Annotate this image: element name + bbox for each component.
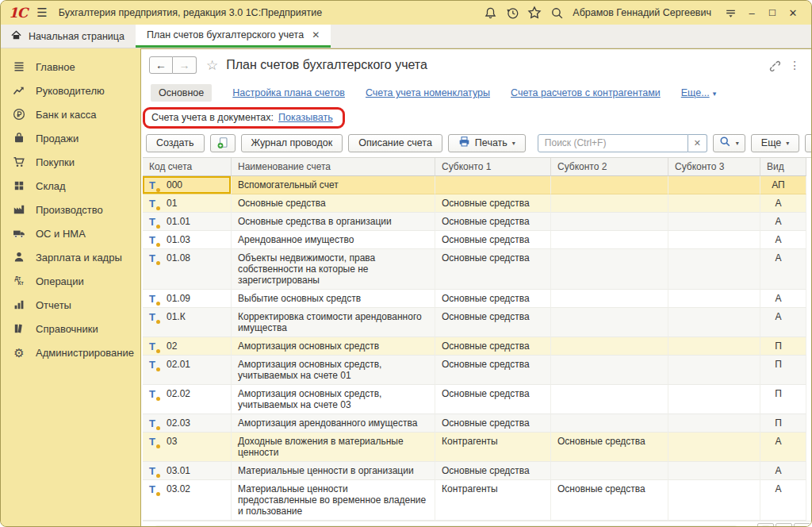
sidebar-item-rukovoditelyu[interactable]: Руководителю (1, 79, 140, 102)
table-row[interactable]: T01.09Выбытие основных средствОсновные с… (143, 290, 806, 308)
home-icon (10, 29, 22, 44)
sidebar-item-administrirovanie[interactable]: ⚙Администрирование (1, 340, 140, 364)
cell-kind: П (760, 385, 806, 414)
column-header-5[interactable]: Вид (760, 158, 806, 176)
column-header-1[interactable]: Наименование счета (232, 158, 435, 176)
more-menu-dots-icon[interactable]: ⋮ (784, 56, 805, 74)
sidebar-item-bank-i-kassa[interactable]: Банк и касса (1, 102, 140, 126)
column-header-0[interactable]: Код счета (143, 158, 232, 176)
sidebar-item-spravochniki[interactable]: Справочники (1, 317, 140, 340)
next-row-button[interactable] (794, 523, 810, 527)
column-header-2[interactable]: Субконто 1 (435, 158, 551, 176)
favorite-star-icon[interactable]: ☆ (206, 57, 218, 74)
create-button[interactable]: Создать (146, 134, 205, 152)
link-icon[interactable] (764, 56, 784, 74)
sidebar-item-otchety[interactable]: Отчеты (1, 293, 140, 317)
history-icon[interactable] (501, 4, 523, 21)
table-row[interactable]: T02.02Амортизация основных средств, учит… (143, 385, 806, 414)
sidebar-item-prodazhi[interactable]: Продажи (1, 126, 140, 150)
sidebar-item-pokupki[interactable]: Покупки (1, 150, 140, 174)
cell-account-code: T02 (143, 337, 232, 356)
cell-subconto-3 (668, 337, 760, 356)
search-options-button[interactable]: ▾ (713, 134, 745, 152)
table-row[interactable]: T03Доходные вложения в материальные ценн… (143, 433, 806, 462)
create-group-button[interactable] (210, 134, 236, 152)
cell-subconto-3 (668, 385, 760, 414)
cell-subconto-2 (551, 194, 668, 213)
forward-button[interactable]: → (173, 56, 197, 74)
table-row[interactable]: T01Основные средстваОсновные средстваА (143, 194, 806, 213)
form-nav-scheta-raschetov-s-kontragentami[interactable]: Счета расчетов с контрагентами (511, 87, 661, 98)
account-code: 01.К (167, 311, 186, 322)
form-nav-nastroyka-plana-schetov[interactable]: Настройка плана счетов (232, 87, 345, 98)
cell-account-code: T01.К (143, 308, 232, 337)
sidebar-item-os-i-nma[interactable]: ОС и НМА (1, 221, 140, 245)
clear-search-icon[interactable]: ✕ (688, 134, 707, 152)
sidebar-item-label: Операции (36, 275, 84, 287)
sidebar-item-zarplata-i-kadry[interactable]: Зарплата и кадры (1, 245, 140, 269)
cell-kind: А (760, 290, 806, 308)
minimize-button[interactable]: – (741, 5, 762, 21)
column-header-4[interactable]: Субконто 3 (668, 158, 760, 176)
tab-plan-schetov[interactable]: План счетов бухгалтерского учета ✕ (136, 25, 331, 48)
hamburger-menu-icon[interactable]: ☰ (36, 6, 47, 20)
sidebar-item-sklad[interactable]: Склад (1, 174, 140, 198)
more-button[interactable]: Еще ▾ (751, 134, 799, 152)
close-button[interactable]: ✕ (783, 5, 803, 21)
account-description-button[interactable]: Описание счета (348, 134, 442, 152)
close-form-icon[interactable]: ✕ (805, 56, 812, 74)
service-menu-icon[interactable] (719, 4, 741, 21)
sidebar-menu: ГлавноеРуководителюБанк и кассаПродажиПо… (1, 48, 140, 527)
person-icon (12, 251, 26, 264)
favorites-star-icon[interactable] (523, 4, 546, 21)
cell-account-name: Объекты недвижимости, права собственност… (232, 249, 435, 290)
form-nav-scheta-ucheta-nomenklatury[interactable]: Счета учета номенклатуры (366, 87, 490, 98)
prev-row-button[interactable] (776, 523, 792, 527)
table-row[interactable]: T01.ККорректировка стоимости арендованно… (143, 308, 806, 337)
maximize-button[interactable]: ☐ (762, 5, 783, 21)
table-row[interactable]: T01.03Арендованное имуществоОсновные сре… (143, 231, 806, 249)
table-header-row: Код счетаНаименование счетаСубконто 1Суб… (143, 158, 806, 176)
sidebar-item-operacii[interactable]: ДтКтОперации (1, 269, 140, 293)
table-row[interactable]: T000Вспомогательный счетАП (143, 176, 806, 194)
first-row-button[interactable] (757, 523, 774, 527)
back-button[interactable]: ← (149, 56, 173, 74)
cell-account-code: T01.01 (143, 213, 232, 231)
tab-close-icon[interactable]: ✕ (312, 29, 320, 40)
table-row[interactable]: T02Амортизация основных средствОсновные … (143, 337, 806, 356)
account-code: 01.08 (167, 252, 190, 264)
form-nav-osnovnoe[interactable]: Основное (151, 84, 212, 102)
help-button[interactable]: ? (805, 134, 812, 152)
table-row[interactable]: T02.03Амортизация арендованного имуществ… (143, 414, 806, 433)
table-row[interactable]: T03.02Материальные ценности предоставлен… (143, 480, 806, 521)
form-nav-esche[interactable]: Еще...▾ (681, 87, 716, 98)
tab-home[interactable]: Начальная страница (1, 25, 136, 48)
cell-subconto-1: Основные средства (435, 249, 551, 290)
cell-account-name: Амортизация основных средств, учитываемы… (232, 356, 435, 385)
journal-button[interactable]: Журнал проводок (241, 134, 343, 152)
sidebar-item-glavnoe[interactable]: Главное (1, 55, 140, 79)
sidebar-item-proizvodstvo[interactable]: Производство (1, 198, 140, 221)
current-user[interactable]: Абрамов Геннадий Сергеевич (573, 7, 711, 18)
notifications-bell-icon[interactable] (479, 4, 501, 21)
accounts-table: Код счетаНаименование счетаСубконто 1Суб… (143, 157, 812, 527)
page-title: План счетов бухгалтерского учета (226, 58, 427, 72)
print-button[interactable]: Печать ▾ (448, 134, 526, 152)
show-link[interactable]: Показывать (278, 112, 333, 123)
cell-subconto-3 (668, 462, 760, 480)
cell-subconto-1: Основные средства (435, 308, 551, 337)
table-row[interactable]: T03.01Материальные ценности в организаци… (143, 462, 806, 480)
table-row[interactable]: T02.01Амортизация основных средств, учит… (143, 356, 806, 385)
tab-label: План счетов бухгалтерского учета (147, 29, 304, 40)
global-search-icon[interactable] (546, 4, 568, 21)
chevron-down-icon: ▾ (512, 140, 515, 147)
chart-icon (12, 298, 26, 311)
account-icon: T (149, 235, 159, 245)
table-row[interactable]: T01.08Объекты недвижимости, права собств… (143, 249, 806, 290)
red-highlight-box: Счета учета в документах: Показывать (143, 107, 345, 129)
cell-subconto-2: Основные средства (551, 480, 668, 521)
app-window: 1С ☰ Бухгалтерия предприятия, редакция 3… (0, 0, 812, 527)
search-input[interactable] (538, 134, 688, 152)
column-header-3[interactable]: Субконто 2 (551, 158, 668, 176)
table-row[interactable]: T01.01Основные средства в организацииОсн… (143, 213, 806, 231)
